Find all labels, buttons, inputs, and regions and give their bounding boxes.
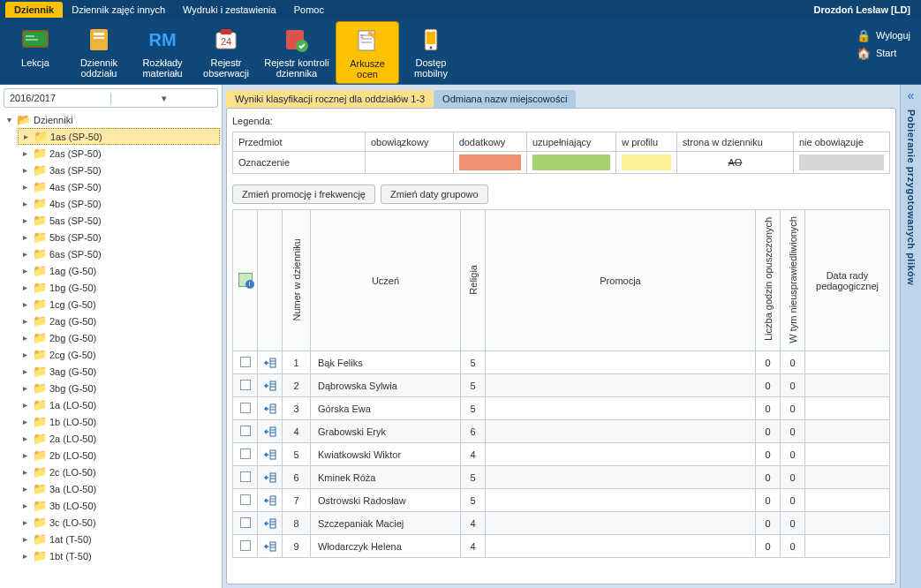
row-checkbox[interactable] — [233, 512, 258, 535]
tree-item[interactable]: ▸📁2c (LO-50) — [18, 464, 220, 480]
tree-item[interactable]: ▸📁2a (LO-50) — [18, 430, 220, 447]
row-edit[interactable] — [258, 466, 283, 489]
row-checkbox[interactable] — [233, 374, 258, 397]
ribbon-dziennik-oddzialu[interactable]: Dziennik oddziału — [67, 21, 131, 84]
expand-icon[interactable]: ▸ — [19, 551, 30, 561]
menu-tab-pomoc[interactable]: Pomoc — [285, 2, 333, 18]
row-checkbox[interactable] — [233, 351, 258, 374]
svg-rect-29 — [270, 427, 276, 436]
tree-item[interactable]: ▸📁6as (SP-50) — [18, 245, 220, 262]
tab-wyniki[interactable]: Wyniki klasyfikacji rocznej dla oddziałó… — [226, 90, 434, 108]
tree-item[interactable]: ▸📁2b (LO-50) — [18, 447, 220, 464]
tree-item[interactable]: ▸📁1a (LO-50) — [18, 396, 220, 413]
expand-icon[interactable]: ▸ — [19, 517, 30, 527]
expand-icon[interactable]: ▸ — [19, 199, 30, 208]
row-checkbox[interactable] — [233, 420, 258, 443]
row-edit[interactable] — [258, 374, 283, 397]
row-edit[interactable] — [258, 351, 283, 374]
expand-icon[interactable]: ▸ — [19, 249, 30, 259]
expand-icon[interactable]: ▸ — [19, 283, 30, 292]
expand-icon[interactable]: ▸ — [19, 215, 30, 225]
tree-item[interactable]: ▸📁1bg (G-50) — [18, 279, 220, 296]
col-checkbox[interactable] — [233, 210, 258, 351]
ribbon-mobilny[interactable]: Dostęp mobilny — [399, 21, 463, 84]
logout-link[interactable]: 🔒 Wyloguj — [857, 26, 910, 44]
tree[interactable]: ▾ 📂 Dzienniki ▸📁1as (SP-50)▸📁2as (SP-50)… — [0, 111, 222, 588]
expand-icon[interactable]: ▸ — [19, 366, 30, 376]
expand-icon[interactable]: ▸ — [19, 467, 30, 477]
cell-religia: 5 — [461, 374, 486, 397]
btn-zmien-daty[interactable]: Zmień daty grupowo — [381, 185, 488, 204]
row-checkbox[interactable] — [233, 535, 258, 558]
row-edit[interactable] — [258, 397, 283, 420]
row-edit[interactable] — [258, 489, 283, 512]
expand-icon[interactable]: ▸ — [19, 333, 30, 343]
row-edit[interactable] — [258, 535, 283, 558]
menu-tab-dziennik[interactable]: Dziennik — [5, 2, 63, 18]
tree-item[interactable]: ▸📁1b (LO-50) — [18, 413, 220, 430]
tree-item[interactable]: ▸📁1bt (T-50) — [18, 547, 220, 564]
tree-item[interactable]: ▸📁4as (SP-50) — [18, 178, 220, 195]
expand-icon[interactable]: ▸ — [20, 132, 31, 141]
tree-root[interactable]: ▾ 📂 Dzienniki — [2, 111, 220, 128]
row-edit[interactable] — [258, 420, 283, 443]
expand-icon[interactable]: ▸ — [19, 501, 30, 510]
row-checkbox[interactable] — [233, 489, 258, 512]
row-checkbox[interactable] — [233, 397, 258, 420]
expand-icon[interactable]: ▸ — [19, 433, 30, 443]
menu-tab-inne[interactable]: Dziennik zajęć innych — [63, 2, 174, 18]
home-icon: 🏠 — [857, 47, 871, 60]
row-edit[interactable] — [258, 512, 283, 535]
ribbon-rejestr-kontroli[interactable]: Rejestr kontroli dziennika — [258, 21, 336, 84]
expand-icon[interactable]: ▸ — [19, 450, 30, 460]
expand-icon[interactable]: ▸ — [19, 417, 30, 426]
tree-item[interactable]: ▸📁1as (SP-50) — [18, 128, 220, 145]
edit-row-icon — [262, 539, 278, 554]
tree-item[interactable]: ▸📁2ag (G-50) — [18, 313, 220, 329]
expand-icon[interactable]: ▸ — [19, 534, 30, 544]
expand-icon[interactable]: ▸ — [19, 148, 30, 158]
collapse-icon[interactable]: ▾ — [4, 115, 14, 124]
menu-tab-wydruki[interactable]: Wydruki i zestawienia — [174, 2, 285, 18]
tree-item[interactable]: ▸📁2bg (G-50) — [18, 329, 220, 346]
chevron-down-icon[interactable]: ▾ — [110, 93, 217, 104]
ribbon-rozklady[interactable]: RM Rozkłady materiału — [131, 21, 194, 84]
tree-item[interactable]: ▸📁1at (T-50) — [18, 531, 220, 547]
row-checkbox[interactable] — [233, 466, 258, 489]
expand-icon[interactable]: ▸ — [19, 383, 30, 393]
tree-item[interactable]: ▸📁2as (SP-50) — [18, 145, 220, 162]
ribbon-lekcja[interactable]: Lekcja — [4, 21, 67, 84]
tree-item[interactable]: ▸📁3as (SP-50) — [18, 162, 220, 178]
expand-icon[interactable]: ▸ — [19, 266, 30, 275]
row-checkbox[interactable] — [233, 443, 258, 466]
rail-expand-icon[interactable]: « — [908, 85, 915, 106]
expand-icon[interactable]: ▸ — [19, 165, 30, 175]
tree-item[interactable]: ▸📁2cg (G-50) — [18, 346, 220, 363]
expand-icon[interactable]: ▸ — [19, 484, 30, 494]
tree-item[interactable]: ▸📁3ag (G-50) — [18, 363, 220, 380]
expand-icon[interactable]: ▸ — [19, 350, 30, 359]
tab-odmiana[interactable]: Odmiana nazw miejscowości — [434, 90, 576, 108]
tree-item[interactable]: ▸📁3bg (G-50) — [18, 380, 220, 396]
tree-item[interactable]: ▸📁5as (SP-50) — [18, 212, 220, 229]
expand-icon[interactable]: ▸ — [19, 400, 30, 410]
btn-zmien-promocje[interactable]: Zmień promocję i frekwencję — [232, 185, 375, 204]
expand-icon[interactable]: ▸ — [19, 232, 30, 242]
expand-icon[interactable]: ▸ — [19, 316, 30, 326]
tree-item[interactable]: ▸📁1cg (G-50) — [18, 296, 220, 313]
rail-label[interactable]: Pobieranie przygotowanych plików — [906, 106, 917, 285]
expand-icon[interactable]: ▸ — [19, 182, 30, 192]
ribbon-rejestr-obs[interactable]: 24 Rejestr obserwacji — [194, 21, 258, 84]
expand-icon[interactable]: ▸ — [19, 299, 30, 309]
ribbon-arkusze[interactable]: 5 Arkusze ocen — [336, 21, 399, 84]
tree-item[interactable]: ▸📁3c (LO-50) — [18, 514, 220, 531]
year-select[interactable]: 2016/2017 ▾ — [4, 88, 218, 108]
start-link[interactable]: 🏠 Start — [857, 44, 910, 62]
tree-item[interactable]: ▸📁5bs (SP-50) — [18, 229, 220, 245]
tree-item[interactable]: ▸📁1ag (G-50) — [18, 262, 220, 279]
cell-numer: 9 — [283, 535, 311, 558]
row-edit[interactable] — [258, 443, 283, 466]
tree-item[interactable]: ▸📁3b (LO-50) — [18, 497, 220, 514]
tree-item[interactable]: ▸📁3a (LO-50) — [18, 480, 220, 497]
tree-item[interactable]: ▸📁4bs (SP-50) — [18, 195, 220, 212]
